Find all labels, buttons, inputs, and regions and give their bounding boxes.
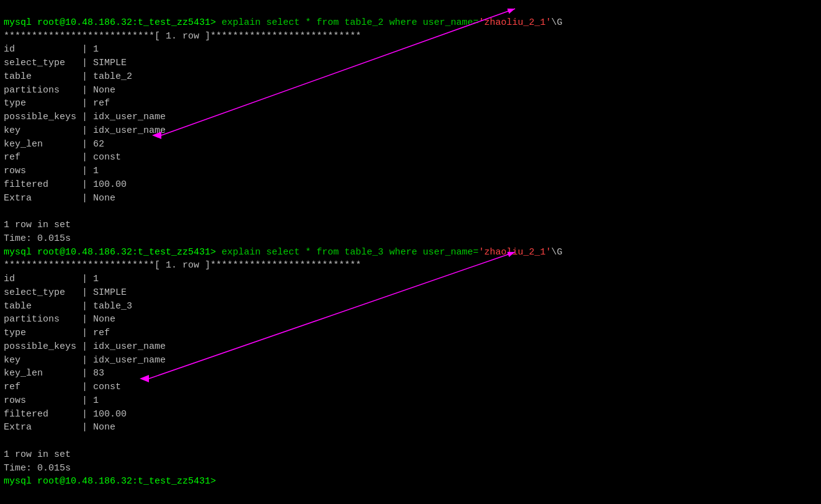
row1-id: id | 1 (4, 44, 99, 55)
prompt-line-1: mysql root@10.48.186.32:t_test_zz5431> e… (4, 17, 562, 28)
time1: Time: 0.015s (4, 233, 71, 244)
row1-possible-keys: possible_keys | idx_user_name (4, 112, 166, 122)
row1-select-type: select_type | SIMPLE (4, 58, 127, 68)
row1-table: table | table_2 (4, 71, 132, 82)
row1-ref: ref | const (4, 152, 121, 163)
cmd2-suffix: \G (551, 247, 562, 258)
row2-select-type: select_type | SIMPLE (4, 287, 127, 298)
prompt2: mysql root@10.48.186.32:t_test_zz5431> (4, 247, 216, 258)
time2: Time: 0.015s (4, 463, 71, 474)
row2-table: table | table_3 (4, 301, 132, 312)
row1-key: key | idx_user_name (4, 125, 166, 136)
cmd1-condition: user_name= (417, 17, 478, 28)
cmd2-explain: explain select * from table_3 (222, 247, 389, 258)
row2-ref: ref | const (4, 382, 121, 392)
cmd2-value: 'zhaoliu_2_1' (478, 247, 551, 258)
row1-key-len: key_len | 62 (4, 139, 104, 150)
terminal-output: mysql root@10.48.186.32:t_test_zz5431> e… (4, 2, 817, 488)
result2: 1 row in set (4, 449, 71, 460)
separator1: ***************************[ 1. row ]***… (4, 31, 361, 42)
prompt-line-3: mysql root@10.48.186.32:t_test_zz5431> (4, 476, 216, 487)
prompt-line-2: mysql root@10.48.186.32:t_test_zz5431> e… (4, 247, 562, 258)
cmd2-where: where (389, 247, 417, 258)
row1-partitions: partitions | None (4, 85, 115, 96)
row2-partitions: partitions | None (4, 314, 115, 325)
row2-type: type | ref (4, 328, 110, 338)
separator2: ***************************[ 1. row ]***… (4, 260, 361, 271)
row2-extra: Extra | None (4, 422, 115, 433)
row2-key-len: key_len | 83 (4, 368, 104, 379)
cmd1-value: 'zhaoliu_2_1' (478, 17, 551, 28)
row1-extra: Extra | None (4, 193, 115, 204)
row2-id: id | 1 (4, 274, 99, 284)
row1-type: type | ref (4, 98, 110, 109)
prompt1: mysql root@10.48.186.32:t_test_zz5431> (4, 17, 216, 28)
prompt3: mysql root@10.48.186.32:t_test_zz5431> (4, 476, 216, 487)
row2-possible-keys: possible_keys | idx_user_name (4, 341, 166, 352)
row1-rows: rows | 1 (4, 166, 99, 176)
row2-key: key | idx_user_name (4, 355, 166, 366)
row1-filtered: filtered | 100.00 (4, 179, 127, 190)
row2-rows: rows | 1 (4, 395, 99, 406)
cmd2-condition: user_name= (417, 247, 478, 258)
cmd1-where: where (389, 17, 417, 28)
cmd1-explain: explain select * from table_2 (222, 17, 389, 28)
cmd1-suffix: \G (551, 17, 562, 28)
row2-filtered: filtered | 100.00 (4, 409, 127, 420)
result1: 1 row in set (4, 220, 71, 230)
